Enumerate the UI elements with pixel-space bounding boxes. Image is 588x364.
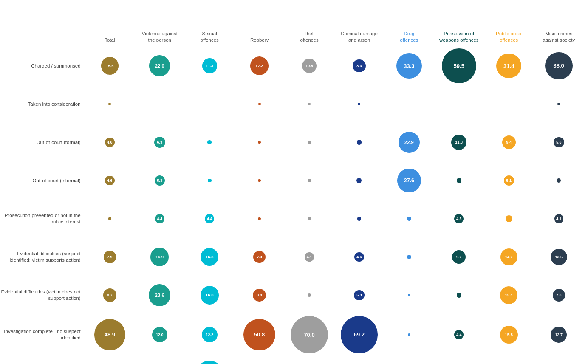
bubble-6-0: 8.7 [103,288,116,302]
bubble-cell-3-3 [235,161,284,200]
bubble-2-8: 9.4 [502,135,516,149]
bubble-cell-5-7: 9.2 [434,238,484,276]
bubble-5-5: 4.6 [354,252,364,262]
bubble-cell-0-0: 15.5 [85,47,135,85]
bubble-5-9: 13.5 [551,249,567,265]
bubble-0-9: 38.0 [545,52,573,80]
bubble-cell-6-6 [384,276,434,314]
bubble-2-7: 11.8 [451,135,466,150]
bubble-cell-7-9: 12.7 [534,314,584,355]
bubble-5-8: 14.2 [500,248,517,265]
bubble-1-4 [308,103,311,106]
row-label-0: Charged / summonsed [0,47,85,85]
row-label-3: Out-of-court (informal) [0,161,85,200]
row-label-2: Out-of-court (formal) [0,123,85,161]
bubble-0-8: 31.4 [496,54,521,79]
bubble-cell-4-5 [334,200,384,238]
bubble-0-6: 33.3 [396,53,422,79]
bubble-6-6 [408,294,410,296]
bubble-0-5: 8.3 [353,59,365,72]
bubble-6-3: 8.4 [253,289,266,302]
bubble-cell-1-1 [135,85,184,123]
bubble-cell-0-8: 31.4 [484,47,534,85]
bubble-4-1: 4.4 [155,214,164,223]
bubble-cell-2-2 [184,123,234,161]
row-label-1: Taken into consideration [0,85,85,123]
bubble-cell-4-0 [85,200,135,238]
bubble-3-2 [208,179,212,183]
table-row: Charged / summonsed15.522.011.317.310.88… [0,47,584,85]
bubble-cell-4-6 [384,200,434,238]
bubble-cell-5-6 [384,238,434,276]
col-header-violence: Violence againstthe person [135,8,184,47]
bubble-cell-2-5 [334,123,384,161]
bubble-cell-7-0: 48.9 [85,314,135,355]
bubble-6-2: 16.8 [201,286,219,304]
bubble-cell-0-5: 8.3 [334,47,384,85]
bubble-3-1: 5.3 [155,175,165,186]
bubble-7-9: 12.7 [551,327,566,342]
bubble-6-9: 7.8 [553,289,565,301]
bubble-4-9: 4.1 [554,214,563,223]
bubble-cell-6-8: 15.4 [484,276,534,314]
bubble-7-2: 12.2 [202,327,218,343]
col-header-theft: Theftoffences [284,8,334,47]
bubble-cell-8-3: 15.0 [235,355,284,364]
bubble-cell-5-1: 16.9 [135,238,184,276]
bubble-cell-7-4: 70.0 [284,314,334,355]
bubble-3-4 [308,179,311,183]
bubble-5-7: 9.2 [452,250,466,264]
bubble-cell-8-4: 5.2 [284,355,334,364]
bubble-cell-2-0: 4.6 [85,123,135,161]
bubble-cell-0-1: 22.0 [135,47,184,85]
bubble-cell-3-4 [284,161,334,200]
bubble-cell-0-4: 10.8 [284,47,334,85]
bubble-5-0: 7.9 [104,251,116,263]
bubble-cell-8-0: 7.3 [85,355,135,364]
bubble-cell-7-8: 15.8 [484,314,534,355]
bubble-cell-6-5: 5.3 [334,276,384,314]
bubble-cell-6-0: 8.7 [85,276,135,314]
bubble-7-8: 15.8 [500,326,518,344]
col-header-sexual: Sexualoffences [184,8,234,47]
col-header-possession: Possession ofweapons offences [434,8,484,47]
bubble-cell-0-9: 38.0 [534,47,584,85]
table-row: Out-of-court (formal)4.66.322.911.89.45.… [0,123,584,161]
bubble-7-5: 69.2 [341,316,378,353]
bubble-1-0 [108,103,111,105]
bubble-4-2: 4.4 [205,214,214,223]
bubble-cell-8-6: 9.8 [384,355,434,364]
bubble-5-3: 7.3 [253,251,265,263]
table-row: Offences not yet assigned an outcome7.39… [0,355,584,364]
row-label-4: Prosecution prevented or not in the publ… [0,200,85,238]
row-label-7: Investigation complete - no suspect iden… [0,314,85,355]
bubble-cell-2-8: 9.4 [484,123,534,161]
bubble-2-5 [357,140,362,145]
bubble-cell-5-9: 13.5 [534,238,584,276]
bubble-cell-5-4: 4.1 [284,238,334,276]
bubble-cell-1-2 [184,85,234,123]
bubble-cell-4-7: 4.3 [434,200,484,238]
bubble-chart: TotalViolence againstthe personSexualoff… [0,0,588,364]
bubble-cell-1-3 [235,85,284,123]
bubble-cell-3-9 [534,161,584,200]
bubble-5-4: 4.1 [305,252,314,261]
bubble-cell-3-0: 4.6 [85,161,135,200]
bubble-cell-3-1: 5.3 [135,161,184,200]
bubble-3-7 [457,178,461,183]
bubble-cell-8-9: 15.5 [534,355,584,364]
bubble-cell-4-3 [235,200,284,238]
table-row: Out-of-court (informal)4.65.327.65.1 [0,161,584,200]
bubble-7-1: 12.0 [152,327,167,342]
col-header-robbery: Robbery [235,8,284,47]
table-row: Investigation complete - no suspect iden… [0,314,584,355]
bubble-cell-1-9 [534,85,584,123]
bubble-4-3 [258,217,261,220]
bubble-cell-0-3: 17.3 [235,47,284,85]
bubble-3-6: 27.6 [397,169,421,192]
bubble-cell-6-3: 8.4 [235,276,284,314]
bubble-0-7: 59.5 [442,48,476,83]
bubble-0-4: 10.8 [302,59,317,73]
bubble-cell-2-4 [284,123,334,161]
bubble-0-2: 11.3 [202,58,217,73]
